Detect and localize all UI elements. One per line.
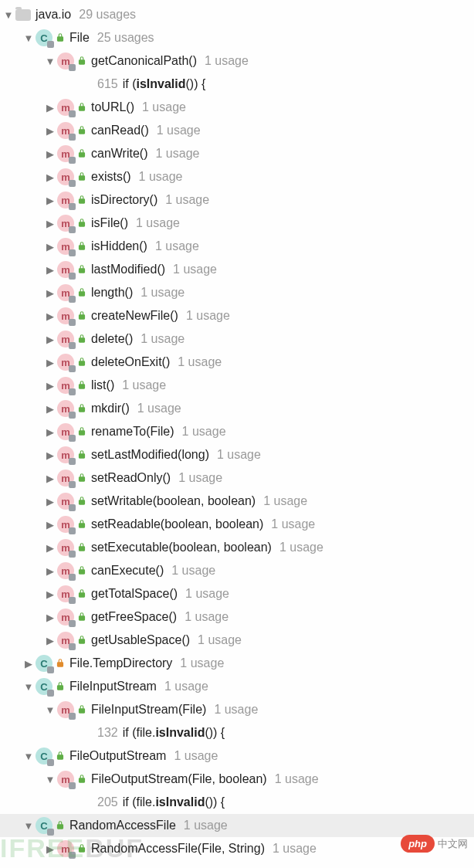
method-icon: m [57, 400, 74, 417]
method-row[interactable]: misDirectory()1 usage [0, 188, 474, 212]
chevron-right-icon[interactable] [43, 195, 57, 206]
chevron-right-icon[interactable] [43, 241, 57, 253]
chevron-down-icon[interactable] [22, 32, 36, 44]
package-row[interactable]: java.io 29 usages [0, 3, 474, 26]
method-row[interactable]: m FileOutputStream(File, boolean) 1 usag… [0, 768, 474, 791]
usage-count: 1 usage [157, 124, 201, 137]
chevron-down-icon[interactable] [22, 751, 36, 762]
method-row[interactable]: mexists()1 usage [0, 165, 474, 188]
method-name: mkdir() [91, 402, 130, 415]
chevron-right-icon[interactable] [43, 843, 57, 855]
method-name: length() [91, 286, 133, 300]
class-row-file[interactable]: C File 25 usages [0, 26, 474, 49]
chevron-down-icon[interactable] [43, 774, 57, 785]
class-row-tempdir[interactable]: C File.TempDirectory 1 usage [0, 652, 474, 675]
chevron-down-icon[interactable] [22, 820, 36, 832]
method-row[interactable]: mcanRead()1 usage [0, 119, 474, 142]
method-row[interactable]: msetReadOnly()1 usage [0, 466, 474, 490]
chevron-right-icon[interactable] [43, 403, 57, 415]
method-name: canWrite() [91, 147, 148, 161]
lock-icon [76, 217, 88, 229]
lock-icon [54, 750, 66, 762]
method-row[interactable]: mtoURL()1 usage [0, 96, 474, 119]
chevron-right-icon[interactable] [43, 218, 57, 229]
chevron-down-icon[interactable] [22, 681, 36, 693]
chevron-right-icon[interactable] [43, 357, 57, 368]
method-icon: m [57, 238, 74, 255]
chevron-right-icon[interactable] [22, 658, 36, 670]
chevron-right-icon[interactable] [43, 635, 57, 646]
method-row[interactable]: m RandomAccessFile(File, String) 1 usage [0, 837, 474, 860]
method-row[interactable]: mcreateNewFile()1 usage [0, 304, 474, 327]
class-row-raf[interactable]: C RandomAccessFile 1 usage [0, 814, 474, 837]
method-row[interactable]: mlastModified()1 usage [0, 258, 474, 281]
usage-count: 1 usage [155, 239, 199, 253]
folder-icon [15, 9, 31, 21]
lock-icon [76, 773, 88, 785]
lock-icon [76, 171, 88, 183]
chevron-right-icon[interactable] [43, 565, 57, 577]
method-row[interactable]: msetExecutable(boolean, boolean)1 usage [0, 536, 474, 559]
method-row[interactable]: mmkdir()1 usage [0, 397, 474, 420]
method-name: FileOutputStream(File, boolean) [91, 772, 267, 786]
code-line[interactable]: 132 if (file.isInvalid()) { [0, 721, 474, 744]
chevron-right-icon[interactable] [43, 148, 57, 160]
chevron-right-icon[interactable] [43, 588, 57, 600]
method-row[interactable]: mlist()1 usage [0, 374, 474, 397]
method-name: lastModified() [91, 263, 165, 276]
method-row[interactable]: msetWritable(boolean, boolean)1 usage [0, 490, 474, 513]
usage-count: 1 usage [263, 494, 307, 508]
method-row[interactable]: msetLastModified(long)1 usage [0, 443, 474, 466]
method-icon: m [57, 539, 74, 556]
chevron-right-icon[interactable] [43, 496, 57, 507]
usage-count: 1 usage [279, 541, 323, 554]
chevron-right-icon[interactable] [43, 264, 57, 276]
chevron-right-icon[interactable] [43, 334, 57, 345]
chevron-right-icon[interactable] [43, 473, 57, 484]
code-line[interactable]: 615if (isInvalid()) { [0, 73, 474, 96]
chevron-right-icon[interactable] [43, 542, 57, 554]
code-line[interactable]: 205 if (file.isInvalid()) { [0, 791, 474, 814]
usage-count: 1 usage [184, 819, 228, 832]
chevron-right-icon[interactable] [43, 426, 57, 438]
usage-count: 1 usage [141, 332, 185, 346]
method-row[interactable]: mdeleteOnExit()1 usage [0, 351, 474, 374]
method-row[interactable]: misHidden()1 usage [0, 235, 474, 258]
chevron-down-icon[interactable] [43, 56, 57, 67]
method-row[interactable]: mcanExecute()1 usage [0, 559, 474, 582]
chevron-right-icon[interactable] [43, 612, 57, 623]
class-row-fos[interactable]: C FileOutputStream 1 usage [0, 744, 474, 768]
method-row[interactable]: misFile()1 usage [0, 212, 474, 235]
class-row-fis[interactable]: C FileInputStream 1 usage [0, 675, 474, 698]
method-row[interactable]: msetReadable(boolean, boolean)1 usage [0, 513, 474, 536]
method-name: setReadOnly() [91, 471, 171, 485]
chevron-down-icon[interactable] [43, 704, 57, 716]
chevron-right-icon[interactable] [43, 449, 57, 461]
chevron-right-icon[interactable] [43, 287, 57, 299]
method-row[interactable]: mlength()1 usage [0, 281, 474, 304]
method-name: canExecute() [91, 564, 164, 578]
chevron-down-icon[interactable] [2, 9, 15, 21]
chevron-right-icon[interactable] [43, 519, 57, 531]
method-row[interactable]: mrenameTo(File)1 usage [0, 420, 474, 443]
chevron-right-icon[interactable] [43, 171, 57, 183]
lock-icon [76, 611, 88, 623]
chevron-right-icon[interactable] [43, 310, 57, 322]
usage-count: 1 usage [214, 703, 258, 717]
method-name: getUsableSpace() [91, 633, 190, 647]
method-icon: m [57, 377, 74, 394]
method-row[interactable]: mcanWrite()1 usage [0, 142, 474, 165]
method-row[interactable]: m FileInputStream(File) 1 usage [0, 698, 474, 721]
method-row[interactable]: mdelete()1 usage [0, 327, 474, 351]
lock-icon [54, 32, 66, 44]
usage-count: 1 usage [217, 448, 261, 462]
chevron-right-icon[interactable] [43, 102, 57, 114]
usage-count: 1 usage [182, 425, 226, 439]
method-row[interactable]: mgetCanonicalPath()1 usage [0, 49, 474, 73]
chevron-right-icon[interactable] [43, 125, 57, 137]
chevron-right-icon[interactable] [43, 380, 57, 392]
method-row[interactable]: mgetUsableSpace()1 usage [0, 629, 474, 652]
usage-count: 1 usage [180, 656, 224, 670]
method-row[interactable]: mgetFreeSpace()1 usage [0, 605, 474, 629]
method-row[interactable]: mgetTotalSpace()1 usage [0, 582, 474, 605]
